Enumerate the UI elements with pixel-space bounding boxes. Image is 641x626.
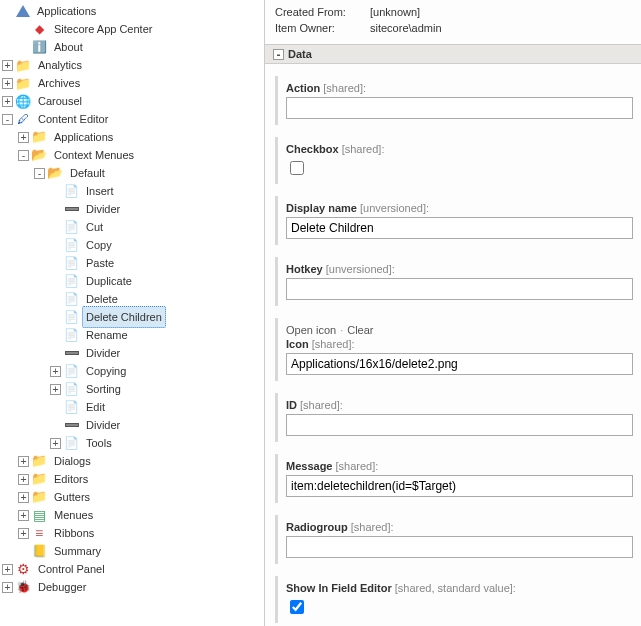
folder-icon — [31, 471, 47, 487]
document-icon — [63, 327, 79, 343]
tree-label: About — [50, 36, 87, 58]
expand-toggle[interactable]: + — [50, 366, 61, 377]
display-name-input[interactable] — [286, 217, 633, 239]
expand-toggle[interactable]: + — [18, 510, 29, 521]
item-owner-value: sitecore\admin — [370, 22, 442, 34]
collapse-toggle[interactable]: - — [18, 150, 29, 161]
content-tree: Applications Sitecore App Center About +… — [2, 2, 264, 596]
field-mod: [shared]: — [336, 460, 379, 472]
expand-toggle[interactable]: + — [50, 384, 61, 395]
globe-icon — [15, 93, 31, 109]
document-icon — [63, 291, 79, 307]
tree-item-summary[interactable]: Summary — [18, 542, 264, 560]
document-icon — [63, 399, 79, 415]
collapse-toggle[interactable]: - — [273, 49, 284, 60]
section-header-data[interactable]: - Data — [265, 44, 641, 64]
document-icon — [63, 363, 79, 379]
expand-toggle[interactable]: + — [18, 474, 29, 485]
expand-toggle[interactable]: + — [18, 492, 29, 503]
field-name: Checkbox — [286, 143, 339, 155]
folder-icon — [15, 57, 31, 73]
tree-label: Summary — [50, 540, 105, 562]
tree-item-about[interactable]: About — [18, 38, 264, 56]
field-action: Action [shared]: — [275, 76, 641, 125]
open-icon-link[interactable]: Open icon — [286, 324, 336, 336]
field-name: Show In Field Editor — [286, 582, 392, 594]
expand-toggle[interactable]: + — [2, 96, 13, 107]
checkbox-input[interactable] — [290, 161, 304, 175]
info-icon — [31, 39, 47, 55]
expand-toggle[interactable]: + — [18, 132, 29, 143]
action-input[interactable] — [286, 97, 633, 119]
field-name: Radiogroup — [286, 521, 348, 533]
sitecore-icon — [31, 21, 47, 37]
document-icon — [63, 237, 79, 253]
document-icon — [63, 435, 79, 451]
field-mod: [shared]: — [323, 82, 366, 94]
spacer — [18, 24, 29, 35]
field-name: Hotkey — [286, 263, 323, 275]
folder-open-icon — [31, 147, 47, 163]
field-display-name: Display name [unversioned]: — [275, 196, 641, 245]
field-checkbox: Checkbox [shared]: — [275, 137, 641, 184]
field-name: Display name — [286, 202, 357, 214]
field-mod: [shared]: — [342, 143, 385, 155]
ribbons-icon — [31, 525, 47, 541]
folder-icon — [15, 75, 31, 91]
tree-item-default[interactable]: - Default — [34, 164, 264, 182]
control-panel-icon — [15, 561, 31, 577]
field-name: ID — [286, 399, 297, 411]
tree-item-context-menues[interactable]: - Context Menues — [18, 146, 264, 164]
expand-toggle[interactable]: + — [2, 78, 13, 89]
created-from-label: Created From: — [275, 6, 360, 18]
expand-toggle[interactable]: + — [50, 438, 61, 449]
document-icon — [63, 309, 79, 325]
collapse-toggle[interactable]: - — [2, 114, 13, 125]
folder-icon — [31, 129, 47, 145]
expand-toggle[interactable]: + — [18, 456, 29, 467]
icon-input[interactable] — [286, 353, 633, 375]
field-mod: [shared]: — [312, 338, 355, 350]
clear-icon-link[interactable]: Clear — [347, 324, 373, 336]
edit-app-icon — [15, 111, 31, 127]
field-hotkey: Hotkey [unversioned]: — [275, 257, 641, 306]
bug-icon — [15, 579, 31, 595]
folder-icon — [31, 489, 47, 505]
tree-item-analytics[interactable]: + Analytics — [2, 56, 264, 74]
field-radiogroup: Radiogroup [shared]: — [275, 515, 641, 564]
folder-icon — [31, 453, 47, 469]
tree-label: Archives — [34, 75, 84, 91]
document-icon — [63, 255, 79, 271]
created-from-value: [unknown] — [370, 6, 420, 18]
application-icon — [16, 5, 30, 17]
item-owner-label: Item Owner: — [275, 22, 360, 34]
show-in-field-editor-input[interactable] — [290, 600, 304, 614]
tree-label: Analytics — [34, 57, 86, 73]
tree-item-control-panel[interactable]: +Control Panel — [2, 560, 264, 578]
field-name: Icon — [286, 338, 309, 350]
message-input[interactable] — [286, 475, 633, 497]
expand-toggle[interactable]: + — [2, 582, 13, 593]
tree-label: Debugger — [34, 579, 90, 595]
radiogroup-input[interactable] — [286, 536, 633, 558]
item-meta: Created From:[unknown] Item Owner:siteco… — [265, 0, 641, 44]
field-mod: [shared]: — [300, 399, 343, 411]
expand-toggle[interactable]: + — [2, 60, 13, 71]
document-icon — [63, 183, 79, 199]
folder-open-icon — [47, 165, 63, 181]
field-mod: [unversioned]: — [326, 263, 395, 275]
document-icon — [63, 273, 79, 289]
hotkey-input[interactable] — [286, 278, 633, 300]
tree-item-content-editor[interactable]: - Content Editor — [2, 110, 264, 128]
tree-item-archives[interactable]: + Archives — [2, 74, 264, 92]
divider-icon — [63, 345, 79, 361]
field-mod: [shared, standard value]: — [395, 582, 516, 594]
spacer — [2, 6, 13, 17]
id-input[interactable] — [286, 414, 633, 436]
expand-toggle[interactable]: + — [18, 528, 29, 539]
divider-icon — [63, 417, 79, 433]
tree-item-debugger[interactable]: +Debugger — [2, 578, 264, 596]
collapse-toggle[interactable]: - — [34, 168, 45, 179]
expand-toggle[interactable]: + — [2, 564, 13, 575]
field-icon: Open icon·Clear Icon [shared]: — [275, 318, 641, 381]
